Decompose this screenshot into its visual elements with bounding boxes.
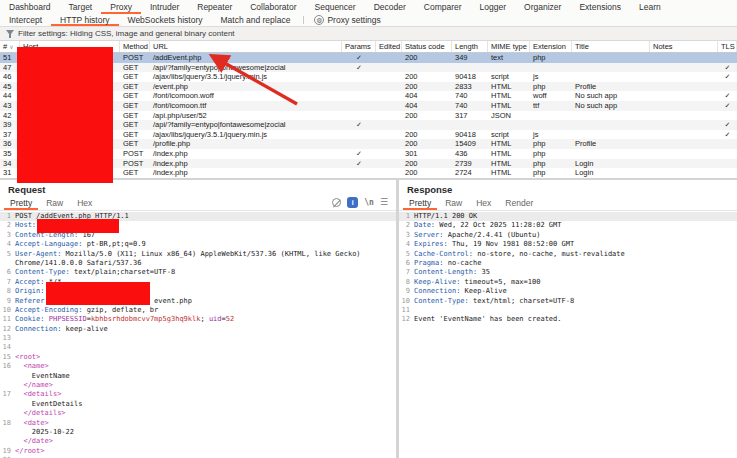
column-header-params[interactable]: Params — [342, 41, 376, 52]
response-tab-render[interactable]: Render — [499, 197, 539, 210]
column-header-method[interactable]: Method — [120, 41, 150, 52]
menu-tab-repeater[interactable]: Repeater — [188, 0, 241, 14]
subtab-http-history[interactable]: HTTP history — [51, 14, 118, 26]
cell-length: 2739 — [452, 159, 488, 169]
code-segment: Origin: — [15, 287, 45, 295]
column-header-tls[interactable]: TLS — [718, 41, 737, 52]
cell-mime: HTML — [488, 139, 530, 149]
cell-title — [572, 149, 650, 159]
cell-url: /index.php — [150, 149, 342, 159]
filter-settings-bar[interactable]: Filter settings: Hiding CSS, image and g… — [0, 27, 737, 41]
cell-params: ✓ — [342, 53, 376, 63]
checkmark-icon: ✓ — [725, 131, 731, 138]
column-header-extension[interactable]: Extension — [530, 41, 572, 52]
code-segment: User-Agent: — [15, 250, 61, 258]
code-segment: EventDetails — [15, 400, 82, 408]
cell-edited — [376, 149, 402, 159]
cell-length: 15409 — [452, 139, 488, 149]
column-header-status-code[interactable]: Status code — [402, 41, 452, 52]
cell-length: 90418 — [452, 130, 488, 140]
cell-notes — [650, 63, 718, 73]
cell-status: 200 — [402, 168, 452, 178]
cell-tls: ✓ — [718, 63, 737, 73]
menu-tab-collaborator[interactable]: Collaborator — [241, 0, 305, 14]
subtab-divider — [303, 16, 304, 24]
menu-tab-intruder[interactable]: Intruder — [141, 0, 188, 14]
line-number: 9 — [0, 297, 11, 306]
subtab-match-and-replace[interactable]: Match and replace — [211, 14, 299, 26]
menu-tab-extensions[interactable]: Extensions — [570, 0, 630, 14]
column-header-title[interactable]: Title — [572, 41, 650, 52]
menu-tab-proxy[interactable]: Proxy — [101, 0, 141, 14]
code-segment: timeout=5, max=100 — [460, 278, 540, 286]
code-segment: <root> — [15, 353, 40, 361]
menu-tab-sequencer[interactable]: Sequencer — [306, 0, 365, 14]
line-number: 2 — [399, 221, 410, 230]
subtab-intercept[interactable]: Intercept — [0, 14, 51, 26]
request-tab-raw[interactable]: Raw — [40, 197, 69, 210]
response-tab-raw[interactable]: Raw — [439, 197, 468, 210]
checkmark-icon: ✓ — [356, 121, 362, 128]
cell-edited — [376, 130, 402, 140]
column-header-length[interactable]: Length — [452, 41, 488, 52]
request-tab-hex[interactable]: Hex — [71, 197, 98, 210]
cell-method: GET — [120, 63, 150, 73]
request-tab-pretty[interactable]: Pretty — [4, 197, 38, 210]
cell-mime: JSON — [488, 111, 530, 121]
menu-tab-comparer[interactable]: Comparer — [415, 0, 471, 14]
response-tab-pretty[interactable]: Pretty — [403, 197, 437, 210]
cell-params — [342, 91, 376, 101]
editor-menu-icon[interactable]: ☰ — [380, 198, 388, 207]
code-segment: kbhbsrhdobmcvv7mp5g3hq9klk — [91, 315, 201, 323]
request-code[interactable]: 1POST /addEvent.php HTTP/1.12Host:3Conte… — [0, 211, 396, 458]
line-number: 6 — [399, 259, 410, 268]
line-number: 2 — [0, 221, 11, 230]
proxy-subtabs-bar: InterceptHTTP historyWebSockets historyM… — [0, 14, 737, 27]
code-segment: Accept-Encoding: — [15, 306, 82, 314]
cell-tls — [718, 149, 737, 159]
cell-tls — [718, 82, 737, 92]
cell-method: GET — [120, 72, 150, 82]
cell-tls — [718, 139, 737, 149]
cell-url: /api.php/user/52 — [150, 111, 342, 121]
column-header-mime-type[interactable]: MIME type — [488, 41, 530, 52]
cell-edited — [376, 101, 402, 111]
hide-nonprintable-icon[interactable] — [332, 198, 341, 207]
syntax-highlight-icon[interactable]: i — [347, 197, 358, 208]
code-line: Chrome/141.0.0.0 Safari/537.36 — [0, 259, 396, 268]
subtab-websockets-history[interactable]: WebSockets history — [119, 14, 212, 26]
code-line: 2Date: Wed, 22 Oct 2025 11:28:02 GMT — [399, 221, 737, 230]
proxy-settings-button[interactable]: ⚙ Proxy settings — [308, 14, 386, 26]
cell-method: POST — [120, 149, 150, 159]
cell-status: 200 — [402, 139, 452, 149]
cell-notes — [650, 72, 718, 82]
menu-tab-organizer[interactable]: Organizer — [515, 0, 570, 14]
column-header-edited[interactable]: Edited — [376, 41, 402, 52]
menu-tab-dashboard[interactable]: Dashboard — [0, 0, 60, 14]
response-code[interactable]: 1HTTP/1.1 200 OK2Date: Wed, 22 Oct 2025 … — [399, 211, 737, 325]
code-line: 10Content-Type: text/html; charset=UTF-8 — [399, 297, 737, 306]
column-header-notes[interactable]: Notes — [650, 41, 718, 52]
cell-notes — [650, 149, 718, 159]
cell-method: GET — [120, 82, 150, 92]
redaction-box-origin-referer — [46, 282, 150, 305]
code-segment: Cache-Control: — [414, 250, 473, 258]
checkmark-icon: ✓ — [725, 64, 731, 71]
menu-tab-target[interactable]: Target — [60, 0, 102, 14]
response-tab-hex[interactable]: Hex — [470, 197, 497, 210]
line-number: 19 — [0, 447, 11, 456]
newline-toggle-icon[interactable]: \n — [364, 198, 374, 207]
menu-tab-decoder[interactable]: Decoder — [365, 0, 415, 14]
cell-title — [572, 72, 650, 82]
code-segment: no-store, no-cache, must-revalidate — [473, 250, 625, 258]
line-number: 5 — [399, 250, 410, 259]
code-segment: Referer: — [15, 297, 49, 305]
cell-length: 317 — [452, 111, 488, 121]
cell-title: Login — [572, 168, 650, 178]
code-segment: Chrome/141.0.0.0 Safari/537.36 — [15, 259, 141, 267]
menu-tab-learn[interactable]: Learn — [630, 0, 670, 14]
menu-tab-logger[interactable]: Logger — [471, 0, 515, 14]
column-header-url[interactable]: URL — [150, 41, 342, 52]
cell-tls — [718, 159, 737, 169]
code-segment: 2025-10-22 — [15, 428, 74, 436]
